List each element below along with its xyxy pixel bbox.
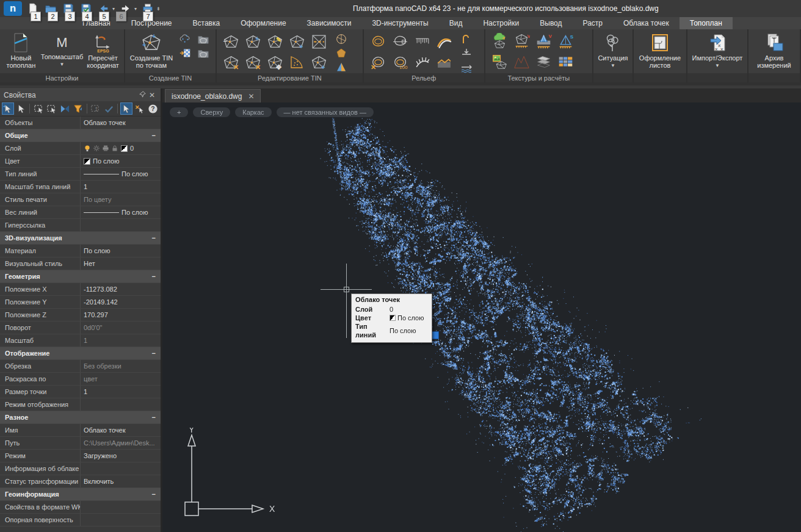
lasso-select-button[interactable] bbox=[46, 102, 58, 115]
report-table-button[interactable] bbox=[556, 52, 576, 71]
tin-delete-edge-button[interactable]: ✕ bbox=[244, 53, 263, 71]
paste-selection-button[interactable]: ↥ bbox=[90, 102, 102, 115]
pin-icon[interactable] bbox=[137, 90, 147, 100]
slope-rays-button[interactable] bbox=[413, 53, 432, 71]
import-surface-button[interactable] bbox=[196, 32, 211, 45]
property-value[interactable]: Облако точек bbox=[81, 117, 161, 129]
contour-label-button[interactable]: 100 bbox=[391, 53, 410, 71]
property-value[interactable] bbox=[81, 501, 161, 513]
situation-button[interactable]: Ситуация ▼ bbox=[595, 31, 631, 73]
viewport-control-pill[interactable]: + bbox=[170, 107, 188, 117]
property-value[interactable]: -11273.082 bbox=[81, 283, 161, 295]
invert-selection-button[interactable] bbox=[59, 102, 71, 115]
point-on-surface-button[interactable] bbox=[459, 46, 474, 59]
ribbon-tab[interactable]: Зависимости bbox=[297, 17, 362, 29]
volume-between-button[interactable] bbox=[534, 32, 554, 50]
import-export-button[interactable]: Импорт/Экспорт ▼ bbox=[689, 31, 746, 73]
property-value[interactable]: 1 bbox=[81, 386, 161, 398]
undo-dropdown-icon[interactable]: ▾ bbox=[112, 6, 115, 12]
tin-bounds-button[interactable] bbox=[310, 32, 329, 51]
property-value[interactable]: Облако точек bbox=[81, 424, 161, 436]
viewport-control-pill[interactable]: Каркас bbox=[235, 107, 271, 117]
property-value[interactable] bbox=[81, 462, 161, 475]
contour-section-button[interactable] bbox=[391, 32, 410, 51]
area-calc-button[interactable] bbox=[556, 32, 576, 50]
import-points-button[interactable] bbox=[196, 46, 211, 59]
texture-from-cloud-button[interactable] bbox=[490, 32, 510, 50]
property-value[interactable] bbox=[81, 219, 161, 231]
clear-selection-button[interactable]: ✕ bbox=[134, 102, 146, 115]
hatch-slope-button[interactable] bbox=[413, 32, 432, 51]
new-topoplan-button[interactable]: Новый топоплан bbox=[1, 31, 41, 73]
collapse-icon[interactable]: − bbox=[152, 491, 156, 498]
property-value[interactable]: 0 bbox=[81, 142, 161, 154]
property-value[interactable]: По слою bbox=[81, 155, 161, 167]
property-value[interactable]: C:\Users\Админ\Desk... bbox=[81, 437, 161, 449]
tin-from-cloud-button[interactable] bbox=[178, 32, 192, 45]
tin-circle-bound-button[interactable] bbox=[334, 32, 349, 45]
tin-edge-swap-button[interactable]: ‒ bbox=[222, 32, 241, 51]
property-value[interactable]: 0d0'0" bbox=[81, 322, 161, 334]
contours-delete-button[interactable]: ✕ bbox=[369, 53, 388, 71]
tin-move-point-button[interactable]: ✥ bbox=[266, 53, 285, 71]
collapse-icon[interactable]: − bbox=[152, 414, 156, 421]
property-value[interactable]: По слою bbox=[81, 168, 161, 180]
apply-selection-button[interactable] bbox=[103, 102, 115, 115]
property-value[interactable]: По цвету bbox=[81, 193, 161, 206]
tin-add-breakline-button[interactable]: + bbox=[288, 32, 307, 51]
ribbon-tab[interactable]: Оформление bbox=[230, 17, 296, 29]
recalc-coordinates-button[interactable]: Пересчёт координат bbox=[83, 31, 123, 73]
sheet-layout-button[interactable]: Оформление листов bbox=[635, 31, 685, 73]
collapse-icon[interactable]: − bbox=[152, 132, 156, 139]
height-map-button[interactable] bbox=[512, 52, 532, 71]
ribbon-tab[interactable]: Растр bbox=[573, 17, 613, 29]
create-tin-by-points-button[interactable]: ++ Создание TIN по точкам bbox=[126, 31, 176, 73]
tin-fill-area-button[interactable] bbox=[288, 53, 307, 71]
nanocad-logo[interactable]: n bbox=[4, 1, 22, 16]
select-cursor-button[interactable] bbox=[15, 102, 27, 115]
tin-edit-point-button[interactable]: ✎ bbox=[266, 32, 285, 51]
selection-filter-button[interactable] bbox=[72, 102, 84, 115]
toposcale-button[interactable]: M Топомасштаб ▼ bbox=[41, 31, 83, 73]
tin-join-button[interactable]: + bbox=[310, 53, 329, 71]
tin-add-point-button[interactable]: + bbox=[244, 32, 263, 51]
volume-calc-button[interactable] bbox=[512, 32, 532, 50]
ribbon-tab[interactable]: Настройки bbox=[473, 17, 529, 29]
ribbon-tab[interactable]: Вывод bbox=[529, 17, 572, 29]
waterline-button[interactable] bbox=[459, 60, 474, 73]
viewport-control-pill[interactable]: Сверху bbox=[193, 107, 230, 117]
property-value[interactable]: -20149.142 bbox=[81, 296, 161, 308]
pointer-mode-button[interactable] bbox=[120, 102, 132, 115]
ribbon-tab[interactable]: 3D-инструменты bbox=[361, 17, 438, 29]
section-header[interactable]: Разное − bbox=[0, 411, 161, 423]
drawing-viewport[interactable]: +СверхуКаркас— нет связанных видов — Обл… bbox=[162, 102, 801, 532]
viewport-control-pill[interactable]: — нет связанных видов — bbox=[277, 107, 374, 117]
redo-dropdown-icon[interactable]: ▾ bbox=[134, 6, 137, 12]
ribbon-tab[interactable]: Облака точек bbox=[613, 17, 680, 29]
property-value[interactable]: Нет bbox=[81, 257, 161, 270]
smooth-contour-button[interactable] bbox=[435, 32, 454, 51]
property-value[interactable]: 1 bbox=[81, 334, 161, 347]
bergstrich-button[interactable] bbox=[459, 32, 474, 45]
property-value[interactable]: Загружено bbox=[81, 450, 161, 462]
ribbon-tab[interactable]: Топоплан bbox=[680, 17, 733, 29]
property-value[interactable] bbox=[81, 398, 161, 411]
rect-select-button[interactable] bbox=[32, 102, 45, 115]
property-value[interactable]: 1 bbox=[81, 181, 161, 193]
tin-delete-point-button[interactable]: ✕ bbox=[222, 53, 241, 71]
section-header[interactable]: Геометрия − bbox=[0, 270, 161, 282]
collapse-icon[interactable]: − bbox=[152, 234, 156, 242]
measurement-archive-button[interactable]: Архив измерений bbox=[750, 31, 799, 73]
close-icon[interactable]: ✕ bbox=[147, 91, 157, 99]
texture-from-image-button[interactable] bbox=[490, 52, 510, 71]
ribbon-tab[interactable]: Вставка bbox=[183, 17, 231, 29]
property-value[interactable]: цвет bbox=[81, 373, 161, 385]
section-header[interactable]: 3D-визуализация − bbox=[0, 232, 161, 244]
section-header[interactable]: Общие − bbox=[0, 129, 161, 142]
document-tab[interactable]: isxodnoe_oblako.dwg ✕ bbox=[165, 89, 261, 102]
surface-compare-button[interactable] bbox=[534, 52, 554, 71]
property-value[interactable]: 170.297 bbox=[81, 309, 161, 321]
help-button[interactable] bbox=[147, 102, 159, 115]
property-value[interactable]: По слою bbox=[81, 245, 161, 257]
close-tab-icon[interactable]: ✕ bbox=[248, 92, 254, 101]
